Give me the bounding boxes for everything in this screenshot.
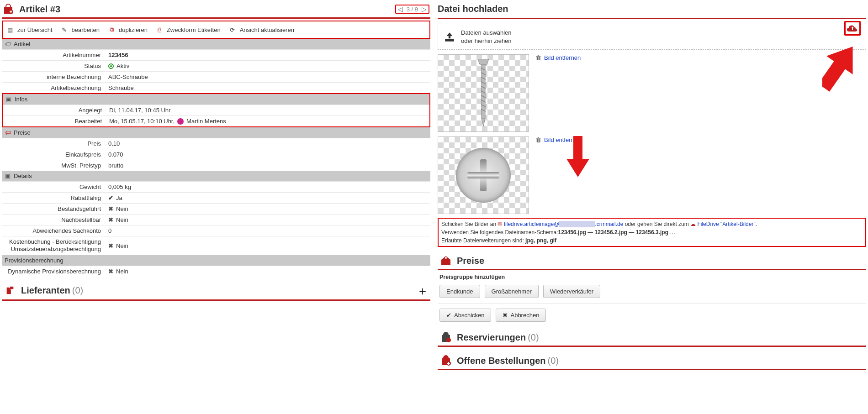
x-icon: ✖ bbox=[108, 242, 113, 249]
mwst-preistyp-value: brutto bbox=[105, 160, 430, 171]
dyn-provisions-value: Nein bbox=[116, 268, 128, 275]
details-icon: ▣ bbox=[5, 173, 11, 179]
angelegt-value: Di, 11.04.17, 10:45 Uhr bbox=[106, 105, 429, 115]
remove-image-link[interactable]: 🗑Bild entfernen bbox=[535, 54, 581, 61]
gewicht-value: 0,005 kg bbox=[105, 182, 430, 192]
refresh-icon: ⟳ bbox=[229, 26, 236, 33]
bag-icon bbox=[439, 332, 452, 343]
section-infos: ▣Infos bbox=[3, 94, 429, 105]
add-supplier-button[interactable]: ＋ bbox=[417, 285, 429, 297]
status-value: Aktiv bbox=[116, 63, 129, 69]
svg-point-17 bbox=[445, 257, 447, 259]
upload-icon bbox=[444, 32, 455, 42]
section-artikel: 🏷Artikel bbox=[2, 39, 430, 49]
preise-title: Preise bbox=[457, 256, 484, 266]
check-icon: ✔ bbox=[108, 194, 113, 201]
endkunde-button[interactable]: Endkunde bbox=[439, 285, 480, 298]
reservierungen-title: Reservierungen bbox=[457, 332, 526, 343]
section-preise-right: Preise bbox=[438, 251, 866, 270]
bestellungen-title: Offene Bestellungen bbox=[457, 356, 545, 366]
user-avatar-icon bbox=[177, 118, 184, 125]
section-provisions: Provisionsberechnung bbox=[2, 255, 430, 266]
grossabnehmer-button[interactable]: Großabnehmer bbox=[485, 285, 539, 298]
section-reservierungen: Reservierungen (0) bbox=[438, 327, 866, 347]
x-icon: ✖ bbox=[503, 312, 508, 319]
filename-schema: 123456.jpg — 123456.2.jpg — 123456.3.jpg bbox=[558, 229, 668, 236]
edit-button[interactable]: ✎bearbeiten bbox=[61, 26, 100, 33]
status-active-icon bbox=[108, 63, 114, 69]
page-title: Artikel #3 bbox=[19, 4, 60, 15]
svg-rect-1 bbox=[10, 286, 13, 289]
image-thumbnail[interactable] bbox=[438, 54, 529, 132]
bearbeitet-user: Martin Mertens bbox=[186, 118, 226, 125]
preisgruppe-subhead: Preisgruppe hinzufügen bbox=[438, 270, 866, 283]
filedrive-link[interactable]: FileDrive "Artikel-Bilder" bbox=[697, 221, 755, 227]
svg-marker-16 bbox=[482, 118, 485, 126]
record-pager: ◁ 3 / 9 ▷ bbox=[395, 5, 429, 14]
bestellungen-count: (0) bbox=[547, 356, 558, 366]
upload-title: Datei hochladen bbox=[438, 2, 866, 19]
cancel-button[interactable]: ✖Abbrechen bbox=[496, 309, 546, 322]
section-preise: 🏷Preise bbox=[2, 127, 430, 138]
remove-image-link[interactable]: 🗑Bild entfernen bbox=[535, 136, 581, 143]
file-drop-zone[interactable]: Dateien auswählenoder hierhin ziehen bbox=[438, 24, 866, 50]
image-thumbnail[interactable] bbox=[438, 136, 529, 214]
tag-icon: 🏷 bbox=[5, 41, 11, 47]
svg-marker-4 bbox=[478, 59, 489, 64]
kostenbuchung-value: Nein bbox=[116, 242, 128, 249]
list-icon: ▤ bbox=[6, 26, 14, 33]
info-icon: ▣ bbox=[5, 96, 12, 103]
pager-next-icon[interactable]: ▷ bbox=[422, 5, 427, 13]
page-header: Artikel #3 ◁ 3 / 9 ▷ bbox=[2, 2, 430, 19]
x-icon: ✖ bbox=[108, 268, 113, 275]
price-tag-icon bbox=[439, 255, 452, 266]
envelope-icon: ✉ bbox=[498, 221, 502, 227]
duplicate-button[interactable]: ⧉duplizieren bbox=[108, 26, 148, 33]
pager-position: 3 / 9 bbox=[407, 6, 418, 13]
lieferanten-count: (0) bbox=[72, 285, 83, 296]
wiederverkaeufer-button[interactable]: Wiederverkäufer bbox=[543, 285, 600, 298]
trash-icon: 🗑 bbox=[535, 136, 541, 143]
submit-button[interactable]: ✔Abschicken bbox=[439, 309, 491, 322]
interne-bezeichnung-value: ABC-Schraube bbox=[105, 72, 430, 82]
bearbeitet-date: Mo, 15.05.17, 10:10 Uhr, bbox=[109, 118, 175, 125]
x-icon: ✖ bbox=[108, 216, 113, 223]
filedrive-email-link[interactable]: filedrive.articleimage@x.crmmail.de bbox=[504, 221, 624, 227]
pencil-icon: ✎ bbox=[61, 26, 68, 33]
artikelbezeichnung-value: Schraube bbox=[105, 83, 430, 93]
rabatt-value: Ja bbox=[116, 194, 122, 201]
upload-hint: Schicken Sie Bilder an ✉ filedrive.artic… bbox=[438, 218, 866, 247]
allowed-extensions: jpg, png, gif bbox=[525, 237, 556, 244]
lieferanten-title: Lieferanten bbox=[21, 285, 70, 296]
pager-prev-icon[interactable]: ◁ bbox=[398, 5, 403, 13]
action-toolbar: ▤zur Übersicht ✎bearbeiten ⧉duplizieren … bbox=[2, 21, 430, 39]
labels-button[interactable]: ⎙Zweckform Etiketten bbox=[156, 26, 221, 33]
reservierungen-count: (0) bbox=[528, 332, 539, 343]
sachkonto-value: 0 bbox=[105, 225, 430, 236]
section-offene-bestellungen: Offene Bestellungen (0) bbox=[438, 351, 866, 370]
section-details: ▣Details bbox=[2, 171, 430, 181]
cloud-upload-button[interactable] bbox=[844, 21, 861, 36]
nachbestellbar-value: Nein bbox=[116, 216, 128, 223]
overview-button[interactable]: ▤zur Übersicht bbox=[6, 26, 53, 33]
bestand-value: Nein bbox=[116, 205, 128, 212]
x-icon: ✖ bbox=[108, 205, 113, 212]
section-lieferanten: Lieferanten (0) ＋ bbox=[2, 280, 430, 301]
filedrive-cloud-icon: ☁ bbox=[690, 221, 696, 227]
einkaufspreis-value: 0.070 bbox=[105, 149, 430, 160]
screw-head-icon bbox=[456, 148, 511, 203]
preis-value: 0,10 bbox=[105, 138, 430, 149]
trash-icon: 🗑 bbox=[535, 54, 541, 61]
price-tag-icon: 🏷 bbox=[5, 130, 11, 136]
printer-icon: ⎙ bbox=[156, 26, 163, 33]
screw-icon bbox=[474, 59, 492, 127]
svg-point-18 bbox=[446, 338, 451, 342]
check-icon: ✔ bbox=[446, 312, 451, 319]
copy-icon: ⧉ bbox=[108, 26, 115, 33]
supplier-icon bbox=[4, 285, 16, 296]
refresh-button[interactable]: ⟳Ansicht aktualisieren bbox=[229, 26, 294, 33]
article-bag-icon bbox=[3, 4, 14, 15]
artikelnummer-value: 123456 bbox=[108, 52, 128, 58]
bag-plus-icon bbox=[439, 355, 452, 366]
